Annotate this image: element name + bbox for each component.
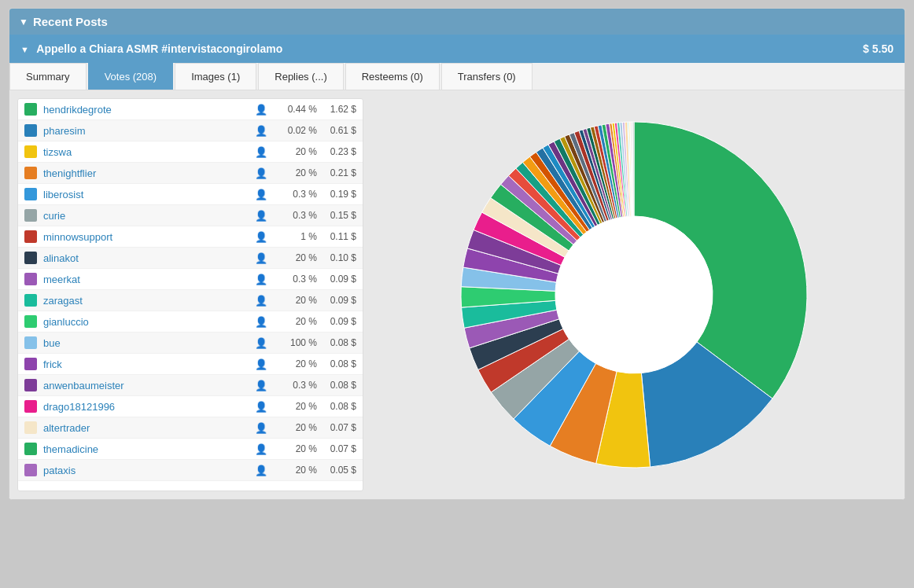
vote-color-swatch — [24, 400, 37, 413]
user-icon: 👤 — [255, 167, 267, 179]
vote-percentage: 20 % — [274, 422, 317, 433]
vote-value: 0.10 $ — [317, 252, 356, 263]
vote-username[interactable]: anwenbaumeister — [43, 380, 249, 391]
vote-value: 0.07 $ — [317, 443, 356, 454]
vote-value: 0.08 $ — [317, 401, 356, 412]
vote-row: bue 👤 100 % 0.08 $ — [18, 333, 363, 354]
vote-color-swatch — [24, 315, 37, 328]
vote-username[interactable]: minnowsupport — [43, 231, 249, 243]
vote-username[interactable]: pataxis — [43, 465, 249, 476]
vote-username[interactable]: zaragast — [43, 295, 249, 307]
vote-value: 0.09 $ — [317, 316, 356, 327]
content-area: hendrikdegrote 👤 0.44 % 1.62 $ pharesim … — [9, 90, 905, 499]
vote-row: thenightflier 👤 20 % 0.21 $ — [18, 163, 363, 184]
user-icon: 👤 — [255, 337, 267, 349]
vote-color-swatch — [24, 379, 37, 391]
user-icon: 👤 — [255, 295, 267, 307]
vote-username[interactable]: altertrader — [43, 422, 249, 434]
vote-percentage: 0.02 % — [274, 125, 317, 136]
vote-color-swatch — [24, 443, 37, 455]
vote-percentage: 20 % — [274, 465, 317, 476]
post-title-bar: ▼ Appello a Chiara ASMR #intervistacongi… — [9, 35, 905, 63]
vote-percentage: 0.44 % — [274, 104, 317, 115]
user-icon: 👤 — [255, 104, 267, 116]
tab-summary[interactable]: Summary — [9, 63, 87, 90]
vote-color-swatch — [24, 336, 37, 349]
chart-area — [371, 98, 897, 491]
vote-percentage: 0.3 % — [274, 210, 317, 221]
vote-color-swatch — [24, 188, 37, 200]
vote-username[interactable]: meerkat — [43, 274, 249, 285]
post-title[interactable]: Appello a Chiara ASMR #intervistacongiro… — [36, 42, 282, 55]
tab-replies[interactable]: Replies (...) — [258, 63, 343, 90]
user-icon: 👤 — [255, 189, 267, 200]
user-icon: 👤 — [255, 358, 267, 370]
user-icon: 👤 — [255, 380, 267, 391]
vote-username[interactable]: bue — [43, 337, 249, 349]
tab-transfers[interactable]: Transfers (0) — [441, 63, 533, 90]
vote-username[interactable]: themadicine — [43, 443, 249, 455]
vote-row: frick 👤 20 % 0.08 $ — [18, 354, 363, 375]
user-icon: 👤 — [255, 422, 267, 434]
post-price: $ 5.50 — [863, 42, 894, 55]
vote-color-swatch — [24, 124, 37, 137]
vote-row: zaragast 👤 20 % 0.09 $ — [18, 290, 363, 311]
user-icon: 👤 — [255, 443, 267, 455]
user-icon: 👤 — [255, 146, 267, 158]
vote-row: gianluccio 👤 20 % 0.09 $ — [18, 311, 363, 333]
vote-color-swatch — [24, 358, 37, 370]
vote-value: 0.21 $ — [317, 167, 356, 178]
vote-username[interactable]: curie — [43, 210, 249, 222]
vote-row: pataxis 👤 20 % 0.05 $ — [18, 460, 363, 481]
vote-percentage: 20 % — [274, 295, 317, 306]
vote-username[interactable]: pharesim — [43, 125, 249, 137]
vote-username[interactable]: thenightflier — [43, 167, 249, 179]
vote-row: altertrader 👤 20 % 0.07 $ — [18, 417, 363, 439]
post-title-left: ▼ Appello a Chiara ASMR #intervistacongi… — [20, 42, 282, 55]
vote-value: 1.62 $ — [317, 104, 356, 115]
collapse-arrow-icon[interactable]: ▼ — [19, 17, 28, 28]
vote-percentage: 1 % — [274, 231, 317, 242]
user-icon: 👤 — [255, 465, 267, 476]
vote-value: 0.09 $ — [317, 274, 356, 285]
vote-percentage: 20 % — [274, 167, 317, 178]
votes-list[interactable]: hendrikdegrote 👤 0.44 % 1.62 $ pharesim … — [17, 98, 363, 491]
vote-percentage: 0.3 % — [274, 274, 317, 285]
vote-row: meerkat 👤 0.3 % 0.09 $ — [18, 269, 363, 290]
vote-color-swatch — [24, 252, 37, 264]
vote-percentage: 0.3 % — [274, 380, 317, 391]
vote-row: alinakot 👤 20 % 0.10 $ — [18, 248, 363, 269]
tabs-bar: Summary Votes (208) Images (1) Replies (… — [9, 63, 905, 90]
vote-username[interactable]: liberosist — [43, 189, 249, 200]
vote-row: minnowsupport 👤 1 % 0.11 $ — [18, 226, 363, 248]
vote-value: 0.19 $ — [317, 189, 356, 200]
tab-votes[interactable]: Votes (208) — [88, 63, 174, 90]
vote-percentage: 100 % — [274, 337, 317, 348]
vote-value: 0.08 $ — [317, 337, 356, 348]
user-icon: 👤 — [255, 401, 267, 413]
vote-username[interactable]: tizswa — [43, 146, 249, 158]
vote-value: 0.05 $ — [317, 465, 356, 476]
vote-value: 0.61 $ — [317, 125, 356, 136]
vote-username[interactable]: hendrikdegrote — [43, 104, 249, 116]
user-icon: 👤 — [255, 210, 267, 222]
vote-color-swatch — [24, 273, 37, 285]
vote-value: 0.15 $ — [317, 210, 356, 221]
donut-chart — [445, 106, 823, 483]
recent-posts-title: Recent Posts — [33, 15, 108, 28]
vote-value: 0.11 $ — [317, 231, 356, 242]
tab-images[interactable]: Images (1) — [175, 63, 256, 90]
vote-percentage: 20 % — [274, 146, 317, 157]
tab-resteems[interactable]: Resteems (0) — [345, 63, 440, 90]
vote-color-swatch — [24, 103, 37, 116]
post-arrow-icon[interactable]: ▼ — [20, 45, 29, 54]
vote-username[interactable]: drago18121996 — [43, 401, 249, 413]
vote-username[interactable]: frick — [43, 358, 249, 370]
vote-row: hendrikdegrote 👤 0.44 % 1.62 $ — [18, 99, 363, 120]
vote-value: 0.07 $ — [317, 422, 356, 433]
vote-percentage: 20 % — [274, 358, 317, 369]
vote-username[interactable]: alinakot — [43, 252, 249, 264]
vote-value: 0.23 $ — [317, 146, 356, 157]
vote-percentage: 20 % — [274, 316, 317, 327]
vote-username[interactable]: gianluccio — [43, 316, 249, 328]
